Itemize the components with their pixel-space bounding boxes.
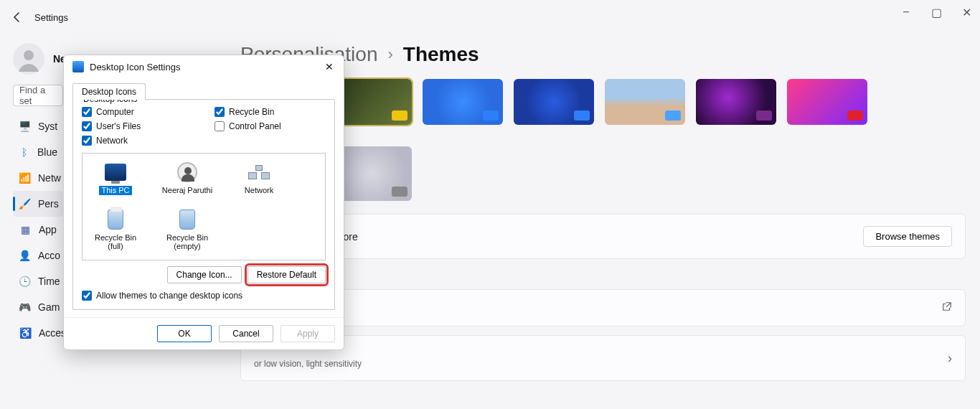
user-folder-icon <box>177 162 197 182</box>
check-label: Control Panel <box>229 121 281 131</box>
nav-label: App <box>39 224 57 235</box>
theme-tile[interactable] <box>423 79 503 125</box>
theme-chip <box>392 187 407 197</box>
icon-this-pc[interactable]: This PC <box>90 161 141 195</box>
pc-icon <box>105 164 126 181</box>
change-icon-button[interactable]: Change Icon... <box>167 266 242 283</box>
apply-button[interactable]: Apply <box>281 325 335 342</box>
nav-label: Time <box>38 276 60 287</box>
clock-icon: 🕒 <box>19 275 31 288</box>
check-label: Network <box>96 136 128 146</box>
dialog-app-icon <box>72 61 84 72</box>
breadcrumb-current: Themes <box>403 43 479 66</box>
cancel-button[interactable]: Cancel <box>219 325 273 342</box>
icon-recycle-full[interactable]: Recycle Bin (full) <box>90 208 141 251</box>
theme-chip <box>574 111 590 121</box>
nav-apps[interactable]: ▦App <box>13 217 63 243</box>
network-icon <box>248 165 270 179</box>
icon-label: This PC <box>99 186 131 195</box>
maximize-button[interactable]: ▢ <box>931 7 941 17</box>
theme-chip <box>847 111 863 121</box>
gamepad-icon: 🎮 <box>19 301 31 314</box>
accessibility-icon: ♿ <box>19 326 32 339</box>
chevron-right-icon: › <box>387 45 392 64</box>
tab-desktop-icons[interactable]: Desktop Icons <box>72 83 146 100</box>
monitor-icon: 🖥️ <box>19 120 31 133</box>
app-title: Settings <box>34 12 68 23</box>
nav-label: Netw <box>38 172 61 184</box>
check-label: User's Files <box>96 121 141 131</box>
allow-themes-checkbox[interactable]: Allow themes to change desktop icons <box>82 291 326 301</box>
wifi-icon: 📶 <box>19 171 31 184</box>
theme-tile[interactable] <box>605 79 685 125</box>
icon-label: Recycle Bin (full) <box>90 233 141 251</box>
theme-tile[interactable] <box>787 79 867 125</box>
nav-label: Pers <box>38 198 59 210</box>
access-row-card[interactable]: or low vision, light sensitivity › <box>240 335 966 381</box>
check-users-files[interactable]: User's Files <box>82 121 193 131</box>
theme-tile[interactable] <box>514 79 594 125</box>
icon-recycle-empty[interactable]: Recycle Bin (empty) <box>161 208 213 251</box>
nav-personalisation[interactable]: 🖌️Pers <box>13 191 63 217</box>
close-window-button[interactable]: ✕ <box>961 7 971 17</box>
nav-label: Blue <box>37 146 57 158</box>
icon-network[interactable]: Network <box>233 161 285 195</box>
check-control-panel[interactable]: Control Panel <box>215 121 326 131</box>
dialog-title: Desktop Icon Settings <box>90 62 180 72</box>
nav-network[interactable]: 📶Netw <box>13 165 63 191</box>
check-label: Recycle Bin <box>229 107 274 117</box>
theme-chip <box>483 111 499 121</box>
user-avatar[interactable] <box>13 43 44 75</box>
nav-system[interactable]: 🖥️Syst <box>13 113 63 139</box>
nav-label: Syst <box>38 121 57 132</box>
icon-label: Neeraj Paruthi <box>162 186 212 195</box>
theme-chip <box>756 111 772 121</box>
check-computer[interactable]: Computer <box>82 107 193 117</box>
nav-time[interactable]: 🕒Time <box>13 268 63 294</box>
check-label: Computer <box>96 107 134 117</box>
nav-gaming[interactable]: 🎮Gam <box>13 294 63 320</box>
external-link-icon <box>942 301 952 314</box>
nav-accounts[interactable]: 👤Acco <box>13 243 63 268</box>
bluetooth-icon: ᛒ <box>19 146 30 159</box>
brush-icon: 🖌️ <box>19 197 31 210</box>
dialog-close-button[interactable]: ✕ <box>324 61 335 72</box>
recycle-bin-full-icon <box>108 210 123 230</box>
desktop-icon-settings-dialog: Desktop Icon Settings ✕ Desktop Icons De… <box>63 55 344 350</box>
allow-themes-label: Allow themes to change desktop icons <box>96 291 242 301</box>
browse-themes-button[interactable]: Browse themes <box>863 226 952 247</box>
icon-preview-list: This PC Neeraj Paruthi Network Recycle B… <box>82 153 326 260</box>
icon-user-folder[interactable]: Neeraj Paruthi <box>161 161 213 195</box>
person-icon: 👤 <box>19 249 31 262</box>
theme-tile[interactable] <box>696 79 776 125</box>
apps-icon: ▦ <box>19 223 32 236</box>
theme-chip <box>665 111 681 121</box>
restore-default-button[interactable]: Restore Default <box>248 266 326 283</box>
ok-button[interactable]: OK <box>157 325 212 342</box>
icon-label: Network <box>245 186 273 195</box>
search-input[interactable]: Find a set <box>13 85 63 106</box>
check-recycle-bin[interactable]: Recycle Bin <box>215 107 326 117</box>
svg-point-1 <box>24 50 34 60</box>
icon-label: Recycle Bin (empty) <box>161 233 213 251</box>
nav-label: Acco <box>38 250 60 261</box>
section-header <box>242 271 966 282</box>
back-button[interactable] <box>9 9 26 26</box>
nav-bluetooth[interactable]: ᛒBlue <box>13 139 63 165</box>
settings-row-card[interactable]: ettings <box>240 289 966 326</box>
theme-chip <box>392 111 407 121</box>
minimize-button[interactable]: − <box>901 7 911 17</box>
search-placeholder: Find a set <box>19 85 57 106</box>
recycle-bin-empty-icon <box>179 210 195 230</box>
themes-grid <box>240 79 966 201</box>
store-card: es from Microsoft Store Browse themes <box>240 214 966 259</box>
check-network[interactable]: Network <box>82 136 193 146</box>
access-row-sub: or low vision, light sensitivity <box>254 359 362 369</box>
breadcrumb: Personalisation › Themes <box>240 43 966 66</box>
chevron-right-icon: › <box>948 351 952 366</box>
nav-label: Gam <box>38 301 60 313</box>
